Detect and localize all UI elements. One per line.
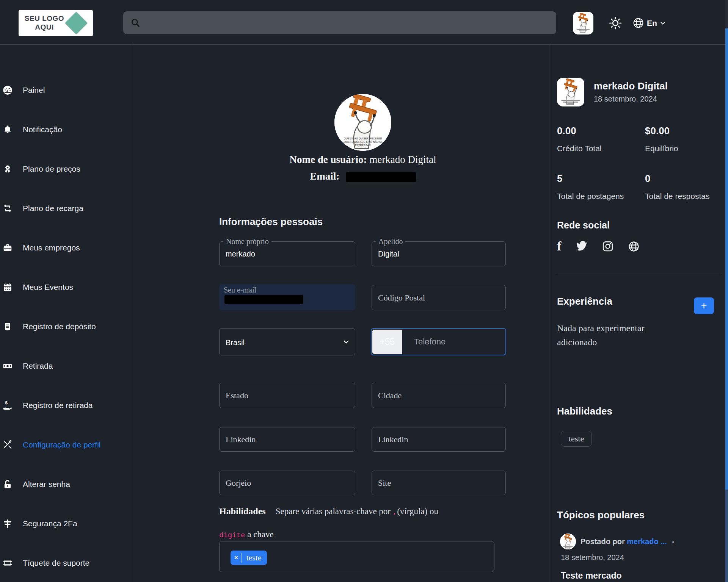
sidebar-item-tiquete-de-suporte[interactable]: Tíquete de suporte (0, 555, 132, 571)
sidebar-item-plano-de-recarga[interactable]: Plano de recarga (0, 201, 132, 216)
sidebar-item-registro-de-retirada[interactable]: $ Registro de retirada (0, 398, 132, 413)
postal-code-field[interactable]: Código Postal (372, 285, 506, 310)
globe-icon[interactable] (628, 241, 640, 252)
postal-code-placeholder: Código Postal (378, 293, 425, 303)
profile-avatar[interactable]: QUEM NÃO QUISER RECEBER CADEIRADA HOJE É… (334, 94, 391, 151)
avatar-caption-line2: CADEIRADA HOJE É SÓ NÃO ME (342, 140, 383, 143)
sidebar-item-meus-empregos[interactable]: Meus empregos (0, 240, 132, 255)
phone-field[interactable]: +55 Telefone (371, 328, 506, 355)
stat-balance-label: Equilíbrio (645, 144, 678, 153)
sidebar-item-painel[interactable]: Painel (0, 83, 132, 98)
username-line: Nome de usuário: merkado Digital (221, 154, 505, 166)
scrollbar-tail (725, 490, 728, 582)
skills-hint-line1: HabilidadesSepare várias palavras-chave … (219, 506, 507, 516)
popular-topics-title: Tópicos populares (557, 509, 645, 521)
linkedin-field-2[interactable]: Linkedin (372, 427, 506, 452)
first-name-field[interactable]: Nome próprio (219, 241, 355, 266)
sidebar-item-label: Notificação (23, 125, 62, 134)
skills-tag-input[interactable]: × teste (219, 541, 494, 572)
personal-info-title: Informações pessoais (219, 216, 323, 228)
linkedin-field-1[interactable]: Linkedin (219, 427, 355, 452)
logo-text: SEU LOGO AQUI (25, 14, 64, 32)
social-title: Rede social (557, 220, 610, 231)
linkedin-placeholder-2: Linkedin (378, 435, 408, 444)
sidebar-item-label: Tíquete de suporte (23, 559, 89, 568)
hand-dollar-icon: $ (2, 400, 14, 411)
status-dot: • (672, 539, 674, 545)
stat-replies-label: Total de respostas (645, 192, 709, 201)
last-name-field[interactable]: Apelido (372, 241, 506, 266)
topic-author-avatar[interactable] (560, 534, 576, 549)
panel-skills-title: Habilidades (557, 405, 612, 417)
chevron-down-icon (660, 20, 666, 26)
scrollbar-track[interactable] (725, 0, 728, 582)
language-selector[interactable]: En (632, 17, 666, 29)
topic-author-link[interactable]: merkado ... (627, 537, 667, 546)
sidebar-item-notificacao[interactable]: Notificação (0, 122, 132, 137)
country-value: Brasil (226, 338, 245, 347)
sidebar-item-label: Meus empregos (23, 243, 80, 252)
stat-credit-value: 0.00 (557, 125, 576, 137)
email-label: Email: (310, 171, 339, 182)
add-experience-button[interactable]: + (694, 297, 714, 314)
first-name-input[interactable] (220, 242, 355, 266)
medal-icon (2, 164, 14, 174)
phone-prefix: +55 (372, 330, 402, 354)
sidebar-item-configuracao-de-perfil[interactable]: Configuração de perfil (0, 437, 132, 452)
tools-icon (2, 440, 14, 450)
unlock-icon (2, 479, 14, 490)
header-user-avatar[interactable] (573, 12, 593, 34)
gauge-icon (2, 85, 14, 95)
facebook-icon[interactable]: f (557, 240, 561, 253)
globe-icon (632, 17, 644, 29)
redacted-email (346, 172, 416, 182)
receipt-icon (2, 321, 14, 332)
panel-avatar[interactable] (557, 78, 584, 106)
sidebar-item-alterar-senha[interactable]: Alterar senha (0, 477, 132, 492)
twitter-icon[interactable] (576, 241, 588, 252)
city-field[interactable]: Cidade (372, 383, 506, 408)
sliders-icon (2, 518, 14, 529)
bell-icon (2, 124, 14, 135)
country-select[interactable]: Brasil (219, 328, 355, 355)
skills-label: Habilidades (219, 506, 266, 516)
sidebar-item-retirada[interactable]: Retirada (0, 358, 132, 374)
search-input[interactable] (145, 19, 543, 27)
twitter-placeholder: Gorjeio (226, 478, 251, 488)
sidebar-item-seguranca-2fa[interactable]: Segurança 2Fa (0, 516, 132, 531)
state-field[interactable]: Estado (219, 383, 355, 408)
twitter-field[interactable]: Gorjeio (219, 471, 355, 495)
sidebar-item-plano-de-precos[interactable]: Plano de preços (0, 161, 132, 177)
sidebar-item-registro-de-deposito[interactable]: Registro de depósito (0, 319, 132, 334)
last-name-input[interactable] (372, 242, 505, 266)
search-bar[interactable] (123, 11, 556, 34)
remove-tag-icon[interactable]: × (234, 554, 238, 562)
sidebar-item-label: Segurança 2Fa (23, 519, 77, 528)
sidebar-item-label: Painel (23, 86, 45, 95)
email-field[interactable]: Seu e-mail (219, 284, 355, 310)
skills-hint-before: Separe várias palavras-chave por (276, 507, 391, 516)
scrollbar-thumb[interactable] (725, 28, 728, 490)
search-icon (130, 17, 141, 28)
calendar-icon (2, 282, 14, 293)
avatar-caption-line1: QUEM NÃO QUISER RECEBER (344, 137, 382, 140)
email-field-label: Seu e-mail (224, 286, 256, 294)
skills-hint-code: digite (219, 531, 245, 540)
skill-tag-chip: × teste (231, 551, 267, 565)
theme-toggle-sun-icon[interactable] (608, 16, 623, 30)
stat-credit-label: Crédito Total (557, 144, 602, 153)
posted-by-text: Postado por (581, 537, 625, 546)
website-placeholder: Site (378, 478, 391, 488)
panel-user-name: merkado Digital (594, 80, 668, 92)
sidebar-item-meus-eventos[interactable]: Meus Eventos (0, 280, 132, 295)
skills-hint-line2: digite a chave (219, 530, 274, 540)
site-logo[interactable]: SEU LOGO AQUI (19, 10, 93, 36)
website-field[interactable]: Site (372, 471, 506, 495)
language-label: En (647, 19, 657, 28)
panel-skill-chip[interactable]: teste (561, 431, 592, 447)
instagram-icon[interactable] (602, 241, 613, 252)
social-icons-row: f (557, 240, 640, 253)
sidebar-item-label: Plano de recarga (23, 204, 83, 213)
top-header: SEU LOGO AQUI (0, 0, 728, 45)
sidebar-item-label: Plano de preços (23, 164, 80, 174)
